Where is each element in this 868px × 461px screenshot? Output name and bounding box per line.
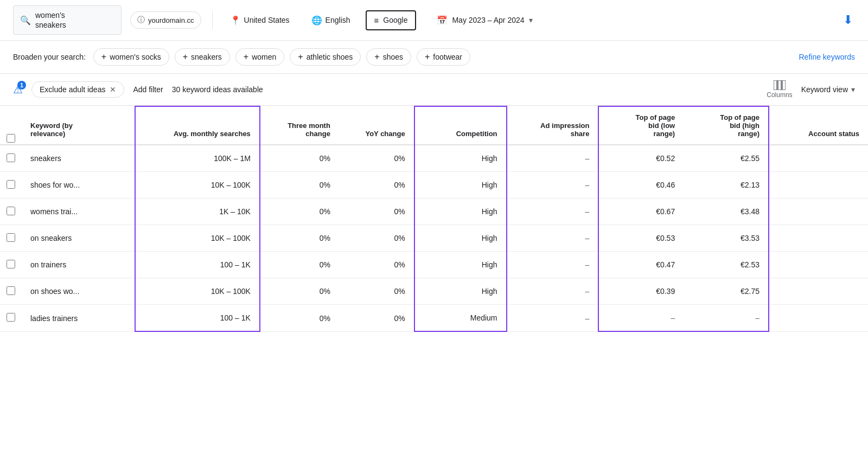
columns-button[interactable]: Columns: [767, 80, 792, 99]
col-competition[interactable]: Competition: [414, 106, 507, 145]
row-checkbox[interactable]: [7, 260, 15, 268]
cell-competition: High: [414, 252, 507, 278]
row-checkbox-cell[interactable]: [0, 199, 22, 225]
broaden-label: Broaden your search:: [13, 53, 86, 61]
search-input-box[interactable]: 🔍 women's sneakers: [13, 5, 122, 35]
cell-keyword: sneakers: [22, 145, 135, 172]
language-chip[interactable]: 🌐 English: [305, 12, 357, 29]
domain-chip[interactable]: ⓘ yourdomain.cc: [130, 11, 201, 29]
row-checkbox[interactable]: [7, 153, 15, 162]
col-three-month[interactable]: Three monthchange: [260, 106, 339, 145]
cell-keyword: on sneakers: [22, 225, 135, 252]
exclude-adult-chip[interactable]: Exclude adult ideas ✕: [31, 81, 124, 98]
cell-three-month: 0%: [260, 199, 339, 225]
keyword-view-button[interactable]: Keyword view ▾: [801, 85, 855, 94]
date-range-picker[interactable]: 📅 May 2023 – Apr 2024 ▾: [429, 11, 540, 30]
broaden-chip-women[interactable]: + women: [235, 48, 284, 66]
plus-icon: +: [244, 52, 248, 62]
row-checkbox-cell[interactable]: [0, 305, 22, 332]
broaden-search-bar: Broaden your search: + women's socks + s…: [0, 41, 868, 74]
col-three-month-label: Three monthchange: [288, 121, 330, 138]
col-top-page-high-label: Top of pagebid (highrange): [720, 113, 760, 138]
cell-ad-impression: –: [507, 278, 599, 305]
col-yoy-label: YoY change: [365, 130, 405, 138]
cell-keyword: womens trai...: [22, 199, 135, 225]
cell-avg-monthly: 100 – 1K: [135, 305, 260, 332]
close-icon[interactable]: ✕: [110, 85, 116, 94]
cell-three-month: 0%: [260, 145, 339, 172]
calendar-icon: 📅: [437, 15, 448, 25]
select-all-checkbox[interactable]: [7, 134, 15, 143]
cell-top-page-low: €0.67: [598, 199, 684, 225]
cell-three-month: 0%: [260, 278, 339, 305]
cell-top-page-high: €2.55: [684, 145, 769, 172]
row-checkbox[interactable]: [7, 233, 15, 242]
row-checkbox[interactable]: [7, 180, 15, 189]
cell-avg-monthly: 100 – 1K: [135, 252, 260, 278]
row-checkbox-cell[interactable]: [0, 278, 22, 305]
broaden-chip-footwear[interactable]: + footwear: [417, 48, 470, 66]
col-ad-impression[interactable]: Ad impressionshare: [507, 106, 599, 145]
cell-top-page-low: €0.47: [598, 252, 684, 278]
cell-top-page-high: €3.53: [684, 225, 769, 252]
cell-account-status: [769, 225, 868, 252]
refine-keywords-link[interactable]: Refine keywords: [799, 53, 856, 61]
cell-competition: Medium: [414, 305, 507, 332]
col-avg-monthly[interactable]: Avg. monthly searches: [135, 106, 260, 145]
table-row: ladies trainers100 – 1K0%0%Medium–––: [0, 305, 868, 332]
chip-label: sneakers: [191, 53, 222, 61]
download-button[interactable]: ⬇: [841, 11, 855, 29]
broaden-chip-sneakers[interactable]: + sneakers: [175, 48, 230, 66]
filter-icon-wrap[interactable]: ⚠ 1: [13, 83, 23, 96]
plus-icon: +: [374, 52, 379, 62]
add-filter-button[interactable]: Add filter: [133, 85, 163, 94]
col-keyword[interactable]: Keyword (byrelevance): [22, 106, 135, 145]
columns-label: Columns: [767, 91, 792, 99]
col-yoy[interactable]: YoY change: [339, 106, 414, 145]
cell-yoy: 0%: [339, 199, 414, 225]
location-chip[interactable]: 📍 United States: [224, 12, 296, 29]
broaden-chip-shoes[interactable]: + shoes: [366, 48, 411, 66]
cell-keyword: shoes for wo...: [22, 172, 135, 199]
cell-top-page-high: €2.53: [684, 252, 769, 278]
cell-yoy: 0%: [339, 252, 414, 278]
broaden-chip-athletic-shoes[interactable]: + athletic shoes: [290, 48, 361, 66]
col-competition-label: Competition: [456, 130, 497, 138]
chip-label: athletic shoes: [307, 53, 353, 61]
row-checkbox-cell[interactable]: [0, 172, 22, 199]
domain-label: yourdomain.cc: [148, 16, 194, 24]
cell-top-page-low: €0.52: [598, 145, 684, 172]
col-top-page-low-label: Top of pagebid (lowrange): [636, 113, 675, 138]
table-row: on sneakers10K – 100K0%0%High–€0.53€3.53: [0, 225, 868, 252]
plus-icon: +: [183, 52, 188, 62]
col-avg-monthly-label: Avg. monthly searches: [174, 130, 251, 138]
chip-label: women's socks: [110, 53, 161, 61]
platform-select[interactable]: ≡ Google: [366, 10, 417, 30]
cell-yoy: 0%: [339, 145, 414, 172]
svg-rect-0: [774, 80, 777, 90]
row-checkbox[interactable]: [7, 286, 15, 295]
row-checkbox[interactable]: [7, 207, 15, 215]
col-account-status[interactable]: Account status: [769, 106, 868, 145]
cell-ad-impression: –: [507, 305, 599, 332]
col-top-page-low[interactable]: Top of pagebid (lowrange): [598, 106, 684, 145]
row-checkbox-cell[interactable]: [0, 252, 22, 278]
cell-top-page-low: –: [598, 305, 684, 332]
cell-account-status: [769, 199, 868, 225]
cell-ad-impression: –: [507, 252, 599, 278]
cell-keyword: on trainers: [22, 252, 135, 278]
cell-ad-impression: –: [507, 225, 599, 252]
cell-avg-monthly: 10K – 100K: [135, 225, 260, 252]
row-checkbox-cell[interactable]: [0, 145, 22, 172]
cell-competition: High: [414, 199, 507, 225]
broaden-chip-womens-socks[interactable]: + women's socks: [93, 48, 169, 66]
row-checkbox-cell[interactable]: [0, 225, 22, 252]
location-icon: 📍: [230, 15, 241, 25]
table-row: womens trai...1K – 10K0%0%High–€0.67€3.4…: [0, 199, 868, 225]
select-all-checkbox-col[interactable]: [0, 106, 22, 145]
col-top-page-high[interactable]: Top of pagebid (highrange): [684, 106, 769, 145]
cell-account-status: [769, 305, 868, 332]
separator: [212, 11, 213, 29]
col-ad-impression-label: Ad impressionshare: [540, 121, 589, 138]
row-checkbox[interactable]: [7, 313, 15, 322]
